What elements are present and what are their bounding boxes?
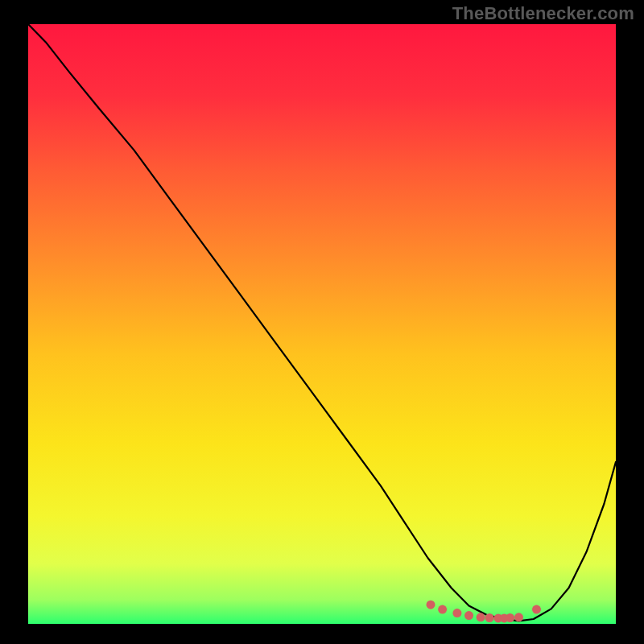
optimal-dot — [506, 613, 514, 622]
optimal-dot — [514, 613, 523, 621]
plot-background — [28, 24, 616, 624]
watermark-text: TheBottlenecker.com — [452, 3, 634, 24]
optimal-dot — [464, 611, 473, 620]
optimal-dot — [532, 605, 541, 614]
optimal-dot — [427, 601, 436, 609]
optimal-dot — [485, 613, 494, 622]
optimal-dot — [477, 613, 485, 621]
chart-svg — [0, 0, 644, 644]
chart-frame: { "watermark": "TheBottlenecker.com", "c… — [0, 0, 644, 644]
optimal-dot — [452, 609, 461, 617]
optimal-dot — [438, 605, 447, 614]
